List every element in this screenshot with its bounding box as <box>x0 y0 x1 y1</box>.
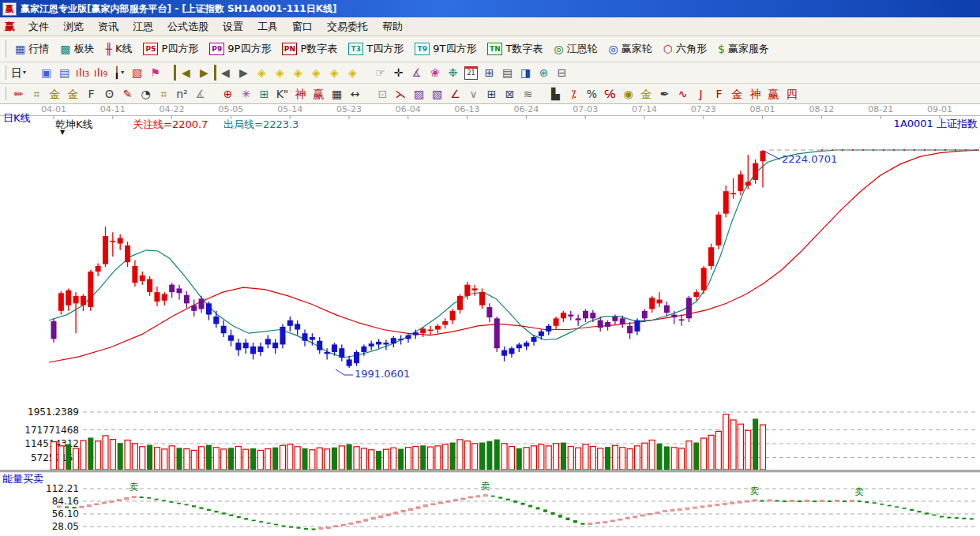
j-angle-icon[interactable]: J <box>692 86 710 102</box>
menu-item-0[interactable]: 文件 <box>21 19 56 34</box>
menu-item-3[interactable]: 江恩 <box>126 19 160 34</box>
crosshair-tool-icon[interactable]: ✛ <box>389 65 407 81</box>
square-grid2-icon[interactable]: ⊠ <box>501 86 519 102</box>
v-line-icon[interactable]: ∨ <box>464 86 482 102</box>
chart-area[interactable]: 04-0104-1104-2205-0505-1405-2306-0406-13… <box>0 104 980 536</box>
diamond-burst-button[interactable]: ◈ <box>325 65 344 81</box>
p-square-button[interactable]: PSP四方形 <box>137 40 204 58</box>
diamond-compress-button[interactable]: ◈ <box>307 65 325 81</box>
percent-flag-icon[interactable]: ℅ <box>601 86 619 102</box>
t-square-button[interactable]: T3T四方形 <box>343 40 409 58</box>
four-angle-icon[interactable]: 四 <box>783 86 801 102</box>
step-forward-button[interactable]: ▶ <box>235 65 253 81</box>
diamond-target-button[interactable]: ◈ <box>344 65 362 81</box>
diamond-left-button[interactable]: ◈ <box>253 65 271 81</box>
gann-gold2-icon[interactable]: 金 <box>64 86 82 102</box>
calculator-icon[interactable]: ⊞ <box>480 65 498 81</box>
gann-grid-icon[interactable]: ▨ <box>410 86 428 102</box>
hash-ruler-icon[interactable]: ⌗ <box>155 86 173 102</box>
volume-bar <box>516 448 522 470</box>
sectors-button[interactable]: ▩板块 <box>54 40 100 58</box>
menu-item-5[interactable]: 设置 <box>216 19 250 34</box>
brush-icon[interactable]: ✒ <box>655 86 674 102</box>
flower-tool-icon[interactable]: ❀ <box>426 65 444 81</box>
step-back-button[interactable]: ◀ <box>216 65 235 81</box>
square-grid-icon[interactable]: ⊞ <box>482 86 501 102</box>
web-grid-icon[interactable]: ⊞ <box>255 86 273 102</box>
skip-first-button[interactable]: ◀ <box>174 65 195 81</box>
candle-style-dropdown[interactable]: ╽▾ <box>110 65 128 81</box>
starburst-icon[interactable]: ✳ <box>237 86 255 102</box>
compass-icon[interactable]: ⊕ <box>219 86 237 102</box>
winner-wheel-button[interactable]: ◎赢家轮 <box>603 40 658 58</box>
angle-tool-icon[interactable]: ∡ <box>191 86 209 102</box>
window-pattern-icon[interactable]: ▣ <box>37 65 55 81</box>
bars-3-icon[interactable]: ılı₃ <box>73 65 92 81</box>
p-table-button[interactable]: PNP数字表 <box>276 40 343 58</box>
notepad-icon[interactable]: ▤ <box>498 65 516 81</box>
hand-tool-icon[interactable]: ☞ <box>371 65 389 81</box>
trend-pen-icon[interactable]: ✏ <box>9 86 28 102</box>
printer-icon[interactable]: ⊟ <box>553 65 571 81</box>
menu-item-2[interactable]: 资讯 <box>91 19 126 34</box>
percent-line-icon[interactable]: ⁒ <box>565 86 583 102</box>
flag-icon[interactable]: ⚑ <box>146 65 164 81</box>
chips-icon[interactable]: ▧ <box>128 65 146 81</box>
menu-item-4[interactable]: 公式选股 <box>160 19 216 34</box>
gold-line-icon[interactable]: 金 <box>637 86 655 102</box>
angle-measure-icon[interactable]: ∡ <box>407 65 426 81</box>
gann-gold-icon[interactable]: 金 <box>46 86 64 102</box>
ruler-grid-icon[interactable]: ▦ <box>328 86 346 102</box>
win-tool-icon[interactable]: 赢 <box>310 86 328 102</box>
shen-angle-icon[interactable]: 神 <box>746 86 764 102</box>
menu-item-6[interactable]: 工具 <box>250 19 285 34</box>
menu-item-7[interactable]: 窗口 <box>285 19 320 34</box>
grid-scale-icon[interactable]: ⌗ <box>28 86 46 102</box>
angle-line-icon[interactable]: ∠ <box>446 86 464 102</box>
parallel-lines-icon[interactable]: ≋ <box>519 86 537 102</box>
skip-last-button[interactable]: ▶ <box>195 65 216 81</box>
time-cycle-icon[interactable]: ◔ <box>137 86 155 102</box>
shen-tool-icon[interactable]: 神 <box>291 86 310 102</box>
bars-9-icon[interactable]: ılı₉ <box>92 65 110 81</box>
gold-circle-icon[interactable]: ◉ <box>619 86 637 102</box>
web-tool-icon[interactable]: ❉ <box>444 65 462 81</box>
span-arrows-icon[interactable]: ↔ <box>346 86 364 102</box>
winner-service-button[interactable]: $赢家服务 <box>712 40 775 58</box>
k-mark-icon[interactable]: K" <box>273 86 291 102</box>
box-plus-icon[interactable]: ⊡ <box>374 86 392 102</box>
calendar-icon[interactable]: 21 <box>462 65 480 81</box>
save-icon[interactable]: ◨ <box>516 65 535 81</box>
time-cycle-icon-glyph: ◔ <box>141 88 150 100</box>
menu-item-9[interactable]: 帮助 <box>375 19 410 34</box>
fan-lines-icon[interactable]: ⋋ <box>392 86 410 102</box>
hexagon-button[interactable]: ⬡六角形 <box>658 40 712 58</box>
menu-item-8[interactable]: 交易委托 <box>320 19 375 34</box>
gold-angle-icon[interactable]: 金 <box>728 86 746 102</box>
f-angle-icon[interactable]: F <box>710 86 728 102</box>
pen-ruler-icon[interactable]: ✎ <box>118 86 137 102</box>
kline-button[interactable]: ╫K线 <box>100 40 137 58</box>
t-table-button[interactable]: TNT数字表 <box>482 40 548 58</box>
quotes-button[interactable]: ▦行情 <box>9 40 54 58</box>
f-tool-icon[interactable]: F <box>82 86 100 102</box>
wave-icon[interactable]: ∿ <box>674 86 692 102</box>
n2-tool-icon[interactable]: n² <box>173 86 191 102</box>
diamond-expand-button[interactable]: ◈ <box>289 65 307 81</box>
9t-square-button[interactable]: T99T四方形 <box>409 40 482 58</box>
chart-canvas[interactable]: 04-0104-1104-2205-0505-1405-2306-0406-13… <box>0 104 980 536</box>
gann-wheel-button[interactable]: ◎江恩轮 <box>548 40 603 58</box>
gann-box-icon[interactable]: ▧ <box>428 86 446 102</box>
energy-bar-down <box>910 509 914 511</box>
9p-square-button[interactable]: P99P四方形 <box>204 40 276 58</box>
chevron-down-icon[interactable]: ▼ <box>60 129 65 136</box>
spiral-icon[interactable]: ʘ <box>100 86 118 102</box>
diamond-right-button[interactable]: ◈ <box>271 65 289 81</box>
net-share-icon[interactable]: ⊛ <box>535 65 553 81</box>
stats-column-icon[interactable]: ▙ <box>546 86 565 102</box>
report-form-icon[interactable]: ▤ <box>55 65 73 81</box>
menu-item-1[interactable]: 浏览 <box>56 19 91 34</box>
percent-icon[interactable]: % <box>583 86 601 102</box>
win-angle-icon[interactable]: 赢 <box>764 86 783 102</box>
period-day-dropdown[interactable]: 日▾ <box>9 65 28 81</box>
